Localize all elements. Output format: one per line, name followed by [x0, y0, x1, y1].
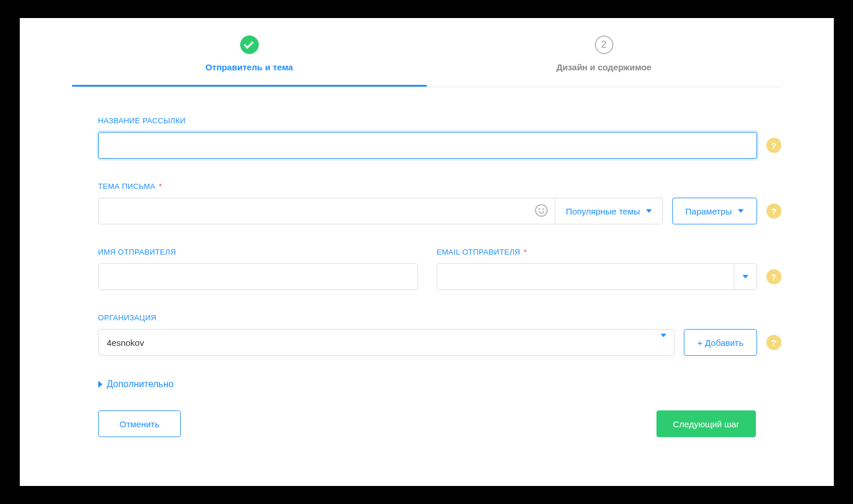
campaign-name-input[interactable] — [98, 132, 757, 159]
chevron-right-icon — [98, 381, 102, 388]
required-marker: * — [524, 248, 527, 256]
step-sender-and-subject[interactable]: Отправитель и тема — [72, 18, 427, 87]
subject-label: ТЕМА ПИСЬМА* — [98, 182, 663, 191]
caret-down-icon — [646, 209, 652, 213]
add-organization-button[interactable]: + Добавить — [684, 329, 756, 356]
campaign-name-label: НАЗВАНИЕ РАССЫЛКИ — [98, 116, 757, 125]
help-icon[interactable]: ? — [766, 269, 781, 284]
check-circle-icon — [240, 35, 259, 54]
help-icon[interactable]: ? — [766, 335, 781, 350]
form-actions: Отменить Следующий шаг — [98, 410, 781, 437]
step-number-icon: 2 — [595, 35, 613, 54]
campaign-form-page: Отправитель и тема 2 Дизайн и содержимое… — [20, 18, 834, 486]
step-2-label: Дизайн и содержимое — [427, 62, 781, 72]
sender-email-label: EMAIL ОТПРАВИТЕЛЯ* — [437, 248, 757, 256]
sender-email-input[interactable] — [437, 263, 757, 290]
help-icon[interactable]: ? — [766, 203, 781, 219]
sender-name-input[interactable] — [98, 263, 419, 290]
subject-input[interactable] — [98, 198, 555, 224]
sender-name-label: ИМЯ ОТПРАВИТЕЛЯ — [98, 248, 419, 256]
organization-dropdown-toggle[interactable] — [661, 337, 666, 348]
next-step-button[interactable]: Следующий шаг — [656, 410, 755, 437]
caret-down-icon — [661, 334, 666, 347]
step-design-and-content[interactable]: 2 Дизайн и содержимое — [427, 18, 781, 87]
help-icon[interactable]: ? — [766, 138, 781, 153]
caret-down-icon — [743, 275, 748, 278]
organization-label: ОРГАНИЗАЦИЯ — [98, 313, 675, 322]
organization-row: ОРГАНИЗАЦИЯ + Добавить ? — [98, 313, 781, 356]
popular-topics-button[interactable]: Популярные темы — [555, 198, 662, 224]
form-body: НАЗВАНИЕ РАССЫЛКИ ? ТЕМА ПИСЬМА* — [20, 87, 834, 437]
additional-toggle[interactable]: Дополнительно — [98, 379, 781, 389]
subject-row: ТЕМА ПИСЬМА* Популярные темы — [98, 182, 781, 224]
wizard-steps: Отправитель и тема 2 Дизайн и содержимое — [72, 18, 781, 87]
cancel-button[interactable]: Отменить — [98, 410, 181, 437]
required-marker: * — [159, 182, 162, 191]
parameters-button[interactable]: Параметры — [672, 198, 757, 224]
campaign-name-row: НАЗВАНИЕ РАССЫЛКИ ? — [98, 116, 781, 159]
organization-select[interactable] — [98, 329, 675, 356]
sender-email-dropdown-toggle[interactable] — [734, 263, 757, 290]
sender-row: ИМЯ ОТПРАВИТЕЛЯ EMAIL ОТПРАВИТЕЛЯ* ? — [98, 248, 781, 290]
caret-down-icon — [738, 209, 744, 213]
emoji-icon[interactable] — [535, 204, 549, 218]
step-1-label: Отправитель и тема — [72, 62, 427, 72]
